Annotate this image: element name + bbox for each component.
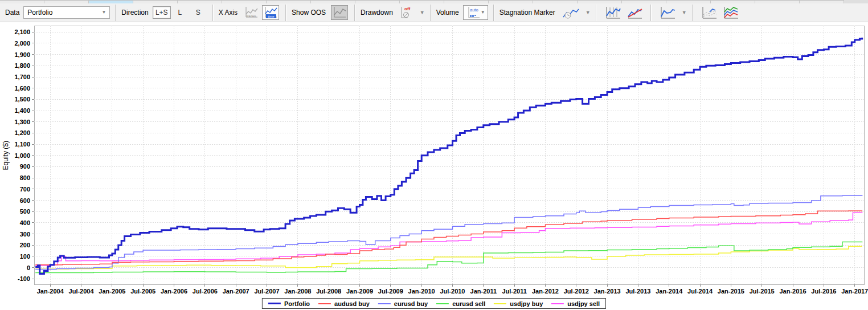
y-tick-label: 1,000: [14, 152, 30, 159]
y-tick-label: -100: [18, 275, 30, 282]
y-tick-label: 1,500: [14, 96, 30, 103]
show-oos-group: Show OOS: [286, 3, 354, 22]
stagnation-dropdown-arrow[interactable]: ▼: [586, 10, 591, 15]
x-tick-label: Jul-2007: [255, 288, 280, 295]
svg-text:auto: auto: [470, 7, 478, 13]
legend-item: eurusd sell: [436, 300, 485, 307]
legend-item: usdjpy buy: [494, 300, 543, 307]
multi-curve-group: [693, 3, 747, 22]
scatter-curves-icon: [701, 5, 718, 20]
chart-style-group: [597, 3, 650, 22]
equity-line-button[interactable]: [658, 5, 677, 20]
xaxis-group: X Axis trades time: [214, 3, 285, 22]
volume-dropdown-arrow[interactable]: ▼: [481, 10, 485, 15]
stagnation-label: Stagnation Marker: [499, 9, 555, 17]
y-tick-label: 1,700: [14, 74, 30, 80]
x-tick-label: Jul-2015: [750, 288, 775, 295]
volume-button[interactable]: auto ▼: [463, 5, 488, 20]
y-tick-label: 700: [20, 186, 30, 193]
y-tick-label: 1,400: [14, 107, 30, 114]
x-tick-label: Jan-2006: [161, 288, 187, 295]
equity-chart: 2,1002,0001,9001,8001,7001,6001,5001,400…: [0, 22, 868, 310]
legend-label: usdjpy sell: [567, 300, 600, 307]
direction-option-short[interactable]: S: [189, 7, 207, 18]
equity-trade-bars-icon: [604, 5, 621, 20]
data-label: Data: [5, 9, 19, 17]
x-tick-label: Jan-2007: [223, 288, 249, 295]
legend-swatch: [378, 303, 391, 304]
svg-text:off: off: [404, 6, 411, 11]
plot-border: [34, 26, 864, 284]
drawdown-label: Drawdown: [361, 9, 393, 17]
x-tick-label: Jan-2010: [408, 288, 435, 295]
xaxis-trades-button[interactable]: trades: [243, 5, 260, 20]
equity-with-trend-line-button[interactable]: [625, 5, 644, 20]
legend-label: audusd buy: [334, 300, 370, 307]
x-tick-label: Jul-2014: [687, 288, 713, 295]
stagnation-marker-button[interactable]: [560, 5, 581, 20]
trades-axis-icon: trades: [244, 6, 259, 19]
svg-text:time: time: [268, 15, 275, 18]
x-tick-label: Jan-2009: [346, 288, 373, 295]
legend-item: usdjpy sell: [551, 300, 600, 307]
x-tick-label: Jul-2009: [378, 288, 403, 295]
drawdown-group: Drawdown off ▼: [355, 3, 430, 22]
x-tick-label: Jan-2017: [841, 288, 868, 295]
legend-label: eurusd sell: [452, 300, 485, 307]
direction-group: Direction L+S L S: [116, 3, 212, 22]
x-tick-label: Jul-2016: [811, 288, 836, 295]
scatter-curves-button[interactable]: [699, 5, 719, 20]
x-tick-label: Jul-2013: [625, 288, 650, 295]
xaxis-label: X Axis: [219, 9, 238, 17]
equity-with-trade-bars-button[interactable]: [603, 5, 623, 20]
legend-swatch: [268, 303, 281, 304]
direction-label: Direction: [121, 9, 148, 17]
multi-equity-curves-button[interactable]: [721, 5, 740, 20]
direction-option-long-short[interactable]: L+S: [153, 6, 171, 19]
svg-text:trades: trades: [247, 14, 256, 18]
y-tick-label: 1,600: [14, 85, 30, 92]
xaxis-time-button[interactable]: time: [262, 5, 279, 20]
data-select-value: Portfolio: [27, 9, 101, 17]
x-tick-label: Jan-2005: [99, 288, 125, 295]
stagnation-marker-icon: [562, 6, 580, 19]
x-tick-label: Jul-2010: [440, 288, 465, 295]
x-tick-label: Jul-2005: [130, 288, 155, 295]
stagnation-group: Stagnation Marker ▼: [494, 3, 596, 22]
y-tick-label: 1,100: [14, 141, 30, 148]
y-tick-label: 500: [20, 208, 30, 215]
x-tick-label: Jul-2006: [193, 288, 218, 295]
show-oos-button[interactable]: [331, 5, 348, 20]
direction-option-long[interactable]: L: [171, 7, 189, 18]
series-line-Portfolio: [35, 38, 862, 274]
oos-chart-icon: [332, 6, 347, 19]
y-tick-label: 1,300: [14, 119, 30, 125]
data-select[interactable]: Portfolio ▼: [23, 6, 110, 19]
multi-equity-curves-icon: [722, 5, 739, 20]
legend-item: audusd buy: [318, 300, 370, 307]
chevron-down-icon: ▼: [101, 10, 106, 15]
y-tick-label: 2,000: [14, 40, 30, 47]
x-tick-label: Jan-2011: [470, 288, 497, 295]
legend-label: Portfolio: [284, 300, 310, 307]
y-tick-label: 800: [20, 174, 30, 181]
equity-chart-canvas: 2,1002,0001,9001,8001,7001,6001,5001,400…: [0, 22, 868, 310]
equity-line-dropdown-arrow[interactable]: ▼: [682, 10, 687, 15]
time-axis-icon: time: [263, 6, 278, 19]
equity-trend-line-icon: [626, 5, 643, 20]
legend-swatch: [494, 303, 506, 304]
legend-swatch: [551, 303, 564, 304]
drawdown-button[interactable]: off: [398, 5, 415, 20]
legend-item: eurusd buy: [378, 300, 428, 307]
legend-swatch: [318, 303, 331, 304]
series-line-usdjpy-sell: [35, 213, 862, 266]
toolbar: Data Portfolio ▼ Direction L+S L S X Axi…: [0, 3, 868, 22]
x-tick-label: Jan-2013: [594, 288, 621, 295]
equity-line-icon: [659, 5, 676, 20]
y-tick-label: 1,800: [14, 62, 30, 69]
x-tick-label: Jul-2008: [316, 288, 341, 295]
show-oos-label: Show OOS: [292, 9, 326, 17]
drawdown-dropdown-arrow[interactable]: ▼: [420, 10, 425, 15]
y-axis-title: Equity ($): [2, 141, 10, 170]
x-tick-label: Jul-2011: [502, 288, 526, 295]
